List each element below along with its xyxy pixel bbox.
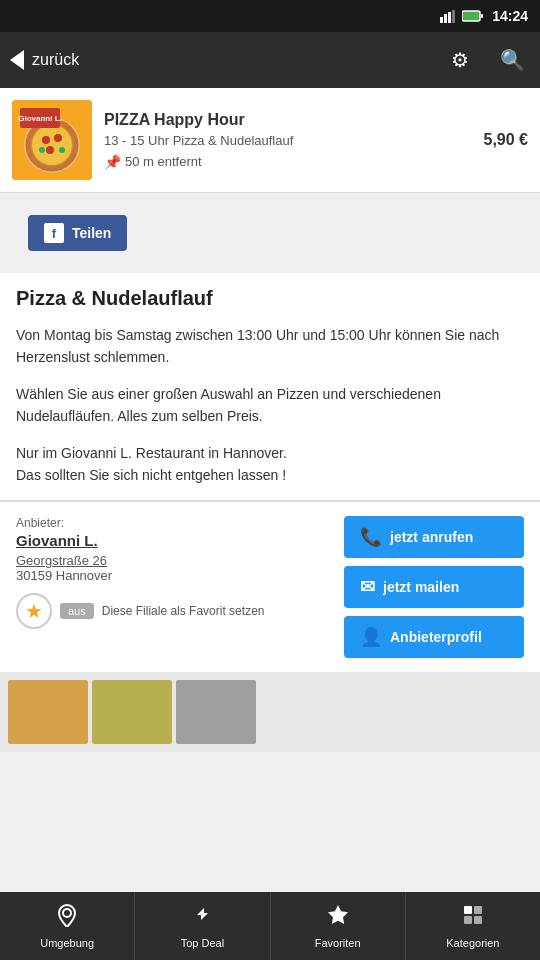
share-label: Teilen xyxy=(72,225,111,241)
facebook-icon: f xyxy=(44,223,64,243)
profile-label: Anbieterprofil xyxy=(390,629,482,645)
favorite-text: Diese Filiale als Favorit setzen xyxy=(102,604,265,618)
kategorien-label: Kategorien xyxy=(446,937,499,949)
provider-action-buttons: 📞 jetzt anrufen ✉ jetzt mailen 👤 Anbiete… xyxy=(344,516,524,658)
favorite-row: ★ aus Diese Filiale als Favorit setzen xyxy=(16,593,344,629)
settings-icon: ⚙ xyxy=(451,48,469,72)
status-bar: 14:24 xyxy=(0,0,540,32)
profile-button[interactable]: 👤 Anbieterprofil xyxy=(344,616,524,658)
scrollable-content: Giovanni L. PIZZA Happy Hour 13 - 15 Uhr… xyxy=(0,88,540,892)
deal-price: 5,90 € xyxy=(484,131,528,149)
svg-rect-0 xyxy=(440,17,443,23)
mail-button[interactable]: ✉ jetzt mailen xyxy=(344,566,524,608)
umgebung-label: Umgebung xyxy=(40,937,94,949)
svg-point-18 xyxy=(63,909,71,917)
provider-name-text: Giovanni L. xyxy=(16,532,98,549)
svg-rect-2 xyxy=(448,12,451,23)
deal-title-rest: Happy Hour xyxy=(150,111,245,128)
topdeal-label: Top Deal xyxy=(181,937,224,949)
main-content: Pizza & Nudelauflauf Von Montag bis Sams… xyxy=(0,273,540,501)
svg-rect-3 xyxy=(452,10,455,23)
svg-point-12 xyxy=(46,146,54,154)
svg-rect-1 xyxy=(444,14,447,23)
provider-city: 30159 Hannover xyxy=(16,568,112,583)
content-title: Pizza & Nudelauflauf xyxy=(16,287,524,310)
settings-button[interactable]: ⚙ xyxy=(442,42,478,78)
provider-name: Giovanni L. xyxy=(16,532,344,549)
thumbnail-3[interactable] xyxy=(176,680,256,744)
kategorien-icon xyxy=(461,903,485,933)
provider-label: Anbieter: xyxy=(16,516,344,530)
share-section: f Teilen xyxy=(0,193,540,273)
svg-rect-22 xyxy=(464,916,472,924)
thumbnail-1[interactable] xyxy=(8,680,88,744)
distance-text: 50 m entfernt xyxy=(125,154,202,169)
svg-text:Giovanni L.: Giovanni L. xyxy=(18,114,62,123)
search-button[interactable]: 🔍 xyxy=(494,42,530,78)
content-paragraph-3: Nur im Giovanni L. Restaurant in Hannove… xyxy=(16,442,524,487)
content-paragraph-1: Von Montag bis Samstag zwischen 13:00 Uh… xyxy=(16,324,524,369)
svg-point-9 xyxy=(32,125,72,165)
svg-point-13 xyxy=(39,147,45,153)
svg-rect-23 xyxy=(474,916,482,924)
provider-address: Georgstraße 26 30159 Hannover xyxy=(16,553,344,583)
deal-title: PIZZA Happy Hour xyxy=(104,111,472,129)
back-label: zurück xyxy=(32,51,79,69)
call-label: jetzt anrufen xyxy=(390,529,473,545)
deal-info: PIZZA Happy Hour 13 - 15 Uhr Pizza & Nud… xyxy=(92,111,484,170)
pizza-image: Giovanni L. xyxy=(12,100,92,180)
favoriten-icon xyxy=(326,903,350,933)
topdeal-icon xyxy=(190,903,214,933)
provider-section: Anbieter: Giovanni L. Georgstraße 26 301… xyxy=(0,501,540,672)
call-button[interactable]: 📞 jetzt anrufen xyxy=(344,516,524,558)
favoriten-label: Favoriten xyxy=(315,937,361,949)
provider-street[interactable]: Georgstraße 26 xyxy=(16,553,107,568)
mail-icon: ✉ xyxy=(360,576,375,598)
star-icon: ★ xyxy=(25,599,43,623)
nav-item-umgebung[interactable]: Umgebung xyxy=(0,892,135,960)
svg-rect-5 xyxy=(481,14,483,18)
content-body: Von Montag bis Samstag zwischen 13:00 Uh… xyxy=(16,324,524,486)
deal-title-bold: PIZZA xyxy=(104,111,150,128)
back-button[interactable]: zurück xyxy=(10,50,79,70)
nav-bar: zurück ⚙ 🔍 xyxy=(0,32,540,88)
phone-icon: 📞 xyxy=(360,526,382,548)
clock: 14:24 xyxy=(492,8,528,24)
back-arrow-icon xyxy=(10,50,24,70)
nav-item-kategorien[interactable]: Kategorien xyxy=(406,892,540,960)
mail-label: jetzt mailen xyxy=(383,579,459,595)
aus-badge: aus xyxy=(60,603,94,619)
signal-icons xyxy=(440,9,484,23)
umgebung-icon xyxy=(55,903,79,933)
svg-point-14 xyxy=(59,147,65,153)
deal-distance: 📌 50 m entfernt xyxy=(104,154,472,170)
deal-thumbnail: Giovanni L. xyxy=(12,100,92,180)
facebook-share-button[interactable]: f Teilen xyxy=(28,215,127,251)
svg-point-10 xyxy=(42,136,50,144)
nav-item-favoriten[interactable]: Favoriten xyxy=(271,892,406,960)
svg-rect-21 xyxy=(474,906,482,914)
svg-rect-20 xyxy=(464,906,472,914)
svg-marker-19 xyxy=(328,905,348,924)
profile-icon: 👤 xyxy=(360,626,382,648)
deal-card: Giovanni L. PIZZA Happy Hour 13 - 15 Uhr… xyxy=(0,88,540,193)
svg-rect-4 xyxy=(462,11,480,21)
search-icon: 🔍 xyxy=(500,48,525,72)
bottom-nav: Umgebung Top Deal Favoriten Kategorien xyxy=(0,892,540,960)
deal-subtitle: 13 - 15 Uhr Pizza & Nudelauflauf xyxy=(104,133,472,148)
nav-item-topdeal[interactable]: Top Deal xyxy=(135,892,270,960)
nav-icons: ⚙ 🔍 xyxy=(442,42,530,78)
content-paragraph-2: Wählen Sie aus einer großen Auswahl an P… xyxy=(16,383,524,428)
provider-info: Anbieter: Giovanni L. Georgstraße 26 301… xyxy=(16,516,344,629)
svg-point-11 xyxy=(54,134,62,142)
thumbnails-row xyxy=(0,672,540,752)
pin-icon: 📌 xyxy=(104,154,121,170)
thumbnail-2[interactable] xyxy=(92,680,172,744)
favorite-star-button[interactable]: ★ xyxy=(16,593,52,629)
